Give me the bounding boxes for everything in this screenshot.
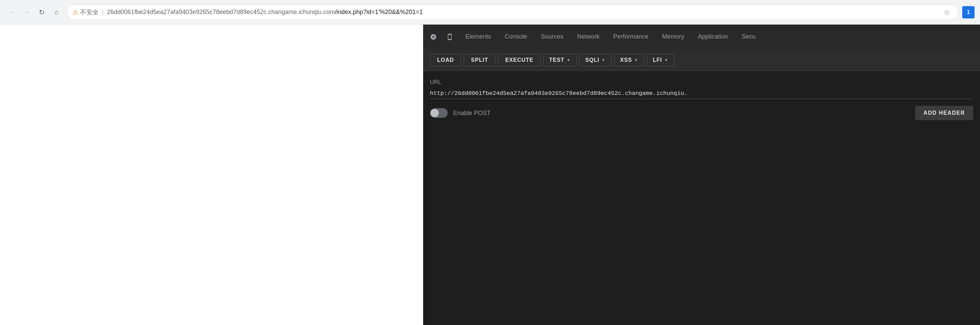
url-separator: | (102, 8, 104, 16)
device-toolbar-button[interactable] (442, 29, 457, 45)
sqli-dropdown[interactable]: SQLI ▼ (579, 54, 611, 66)
back-button[interactable]: ← (5, 6, 18, 18)
toggle-knob (431, 109, 439, 117)
execute-button[interactable]: EXECUTE (498, 54, 541, 66)
load-button[interactable]: LOAD (430, 54, 461, 66)
enable-post-section: Enable POST ADD HEADER (430, 106, 973, 120)
address-url: 26dd0061fbe24d5ea27afa9403e9265c78eebd7d… (107, 8, 938, 16)
xss-dropdown-arrow: ▼ (634, 58, 638, 62)
tab-network[interactable]: Network (570, 25, 606, 49)
tab-elements[interactable]: Elements (458, 25, 498, 49)
forward-button[interactable]: → (21, 6, 33, 18)
devtools-tabbar: Elements Console Sources Network Perform… (423, 25, 980, 49)
browser-chrome: ← → ↻ ⌂ ⚠ 不安全 | 26dd0061fbe24d5ea27afa94… (0, 0, 980, 25)
tab-security[interactable]: Secu (735, 25, 762, 49)
enable-post-toggle[interactable] (430, 108, 448, 118)
tab-console[interactable]: Console (498, 25, 534, 49)
xss-dropdown[interactable]: XSS ▼ (614, 54, 644, 66)
split-button[interactable]: SPLIT (464, 54, 495, 66)
add-header-button[interactable]: ADD HEADER (915, 106, 973, 120)
browser-page (0, 25, 423, 325)
inspect-element-button[interactable] (426, 29, 441, 45)
url-path: /index.php?id=1'%20&&%201=1 (335, 8, 423, 15)
enable-post-label: Enable POST (453, 110, 491, 117)
test-dropdown[interactable]: TEST ▼ (543, 54, 577, 66)
main-content: Elements Console Sources Network Perform… (0, 25, 980, 325)
extension-button[interactable]: 1 (962, 6, 975, 18)
url-section: URL (430, 79, 973, 99)
security-icon: ⚠ 不安全 (73, 8, 99, 16)
tab-performance[interactable]: Performance (606, 25, 655, 49)
reload-button[interactable]: ↻ (35, 6, 48, 18)
tab-memory[interactable]: Memory (655, 25, 691, 49)
bookmark-button[interactable]: ☆ (942, 7, 952, 18)
nav-buttons: ← → ↻ ⌂ (5, 6, 63, 18)
security-text: 不安全 (80, 8, 99, 16)
tab-application[interactable]: Application (691, 25, 735, 49)
hackbar-toolbar: LOAD SPLIT EXECUTE TEST ▼ SQLI ▼ XSS ▼ L… (423, 49, 980, 71)
test-dropdown-arrow: ▼ (566, 58, 571, 62)
sqli-dropdown-arrow: ▼ (601, 58, 606, 62)
tab-sources[interactable]: Sources (534, 25, 570, 49)
address-bar[interactable]: ⚠ 不安全 | 26dd0061fbe24d5ea27afa9403e9265c… (67, 5, 958, 20)
warning-icon: ⚠ (73, 8, 78, 16)
devtools-panel: Elements Console Sources Network Perform… (423, 25, 980, 325)
url-base: 26dd0061fbe24d5ea27afa9403e9265c78eebd7d… (107, 8, 335, 15)
url-input[interactable] (430, 88, 973, 99)
lfi-dropdown-arrow: ▼ (664, 58, 668, 62)
home-button[interactable]: ⌂ (51, 6, 63, 18)
lfi-dropdown[interactable]: LFI ▼ (647, 54, 674, 66)
hackbar-content: URL Enable POST ADD HEADER (423, 71, 980, 325)
enable-post-left: Enable POST (430, 108, 491, 118)
url-label: URL (430, 79, 973, 85)
